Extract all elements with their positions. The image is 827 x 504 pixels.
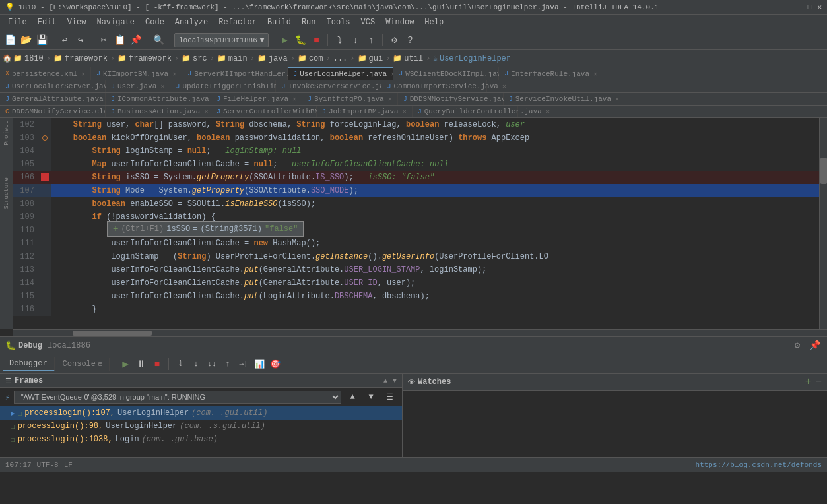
tooltip-expand-icon[interactable]: + xyxy=(113,224,118,234)
menu-refactor[interactable]: Refactor xyxy=(213,16,262,28)
nav-com[interactable]: 📁 com xyxy=(298,54,323,63)
evaluate-expr[interactable]: 📊 xyxy=(252,357,267,371)
structure-sidebar-icon[interactable]: Structure xyxy=(3,177,10,210)
step-out[interactable]: ↑ xyxy=(364,33,378,47)
menu-code[interactable]: Code xyxy=(140,16,170,28)
nav-ellipsis[interactable]: ... xyxy=(333,54,348,63)
run-btn[interactable]: ▶ xyxy=(277,33,292,47)
stop-btn[interactable]: ■ xyxy=(309,33,323,47)
resume-btn[interactable]: ▶ xyxy=(118,357,133,371)
menu-navigate[interactable]: Navigate xyxy=(91,16,140,28)
menu-edit[interactable]: Edit xyxy=(32,16,62,28)
toolbar-open[interactable]: 📂 xyxy=(18,33,33,47)
menu-file[interactable]: File xyxy=(3,16,32,28)
tab-dddsmclass[interactable]: C DDDSMNotifyService.class ✕ xyxy=(0,106,106,117)
nav-framework1[interactable]: 📁 framework xyxy=(53,54,108,63)
show-exec-point[interactable]: 🎯 xyxy=(268,357,282,371)
toolbar-new[interactable]: 📄 xyxy=(3,33,17,47)
tab-businessaction[interactable]: J BusinessAction.java ✕ xyxy=(106,106,211,117)
menu-build[interactable]: Build xyxy=(262,16,296,28)
tab-icommon[interactable]: J ICommonAttribute.java ✕ xyxy=(106,93,211,105)
menu-run[interactable]: Run xyxy=(296,16,321,28)
frame-item-2[interactable]: ☐ processlogin():1038, Login (com. .gui.… xyxy=(0,433,402,446)
run-to-cursor[interactable]: →| xyxy=(236,357,251,371)
tab-close-job[interactable]: ✕ xyxy=(403,108,407,115)
toolbar-cut[interactable]: ✂ xyxy=(96,33,111,47)
close-btn[interactable]: ✕ xyxy=(817,3,822,11)
pause-btn[interactable]: ⏸ xyxy=(134,357,149,371)
tab-close-file[interactable]: ✕ xyxy=(292,95,296,103)
tab-dddsm[interactable]: J DDDSMNotifyService.java ✕ xyxy=(398,93,504,105)
thread-down-btn[interactable]: ▼ xyxy=(364,390,378,404)
nav-java[interactable]: 📁 java xyxy=(257,54,288,63)
nav-src[interactable]: 📁 src xyxy=(182,54,207,63)
tab-close-user[interactable]: ✕ xyxy=(160,82,164,90)
step-out-debug[interactable]: ↑ xyxy=(220,357,235,371)
tab-userloginhelper[interactable]: J UserLoginHelper.java ✕ xyxy=(288,67,393,80)
tab-filehelper[interactable]: J FileHelper.java ✕ xyxy=(211,93,302,105)
toolbar-undo[interactable]: ↩ xyxy=(57,33,72,47)
menu-window[interactable]: Window xyxy=(380,16,419,28)
tab-close-query[interactable]: ✕ xyxy=(546,108,550,115)
tab-close-service[interactable]: ✕ xyxy=(615,95,619,103)
tab-user[interactable]: J User.java ✕ xyxy=(106,80,170,92)
tab-interfacerule[interactable]: J InterfaceRule.java ✕ xyxy=(499,67,603,80)
code-editor[interactable]: 102 String user, char[] password, String… xyxy=(13,118,827,329)
tab-kiimportbm[interactable]: J KIImportBM.java ✕ xyxy=(91,67,182,80)
menu-view[interactable]: View xyxy=(62,16,92,28)
run-config-dropdown[interactable]: local199p1810t1886 ▼ xyxy=(174,33,269,47)
tab-close-business[interactable]: ✕ xyxy=(204,108,208,115)
settings-btn[interactable]: ⚙ xyxy=(387,33,401,47)
frame-item-1[interactable]: ☐ processlogin():98, UserLoginHelper (co… xyxy=(0,420,402,433)
debug-settings-btn[interactable]: ⚙ xyxy=(790,338,805,353)
menu-analyze[interactable]: Analyze xyxy=(170,16,213,28)
tab-close-syintf[interactable]: ✕ xyxy=(388,95,392,103)
nav-util[interactable]: 📁 util xyxy=(393,54,423,63)
tab-close-kiimport[interactable]: ✕ xyxy=(172,70,176,78)
nav-main[interactable]: 📁 main xyxy=(217,54,248,63)
tab-persistence-xml[interactable]: X persistence.xml ✕ xyxy=(0,67,91,80)
scroll-thumb[interactable] xyxy=(820,158,827,184)
frames-up-btn[interactable]: ▲ xyxy=(383,377,387,385)
stop-debug-btn[interactable]: ■ xyxy=(150,357,164,371)
thread-selector[interactable]: "AWT-EventQueue-0"@3,529 in group "main"… xyxy=(14,391,341,404)
tab-close-common[interactable]: ✕ xyxy=(502,82,506,90)
step-over[interactable]: ⤵ xyxy=(332,33,347,47)
nav-project[interactable]: 📁 1810 xyxy=(13,54,44,63)
tab-close-persistence[interactable]: ✕ xyxy=(81,70,85,78)
thread-filter-btn[interactable]: ☰ xyxy=(382,390,397,404)
nav-gui[interactable]: 📁 gui xyxy=(358,54,383,63)
tab-invokeserver[interactable]: J InvokeServerService.java ✕ xyxy=(276,80,381,92)
help-toolbar-btn[interactable]: ? xyxy=(403,33,417,47)
frames-down-btn[interactable]: ▼ xyxy=(393,377,397,385)
toolbar-copy[interactable]: 📋 xyxy=(112,33,127,47)
step-over-debug[interactable]: ⤵ xyxy=(173,357,187,371)
toolbar-save[interactable]: 💾 xyxy=(34,33,49,47)
toolbar-find[interactable]: 🔍 xyxy=(151,33,166,47)
tab-userlocal[interactable]: J UserLocalForServer.java ✕ xyxy=(0,80,106,92)
add-watch-btn[interactable]: + xyxy=(805,376,812,388)
maximize-btn[interactable]: □ xyxy=(808,3,812,11)
tab-console[interactable]: Console ⊞ xyxy=(56,358,110,371)
project-sidebar-icon[interactable]: Project xyxy=(3,121,10,146)
force-step-into[interactable]: ↓↓ xyxy=(205,357,219,371)
menu-tools[interactable]: Tools xyxy=(321,16,356,28)
vertical-scrollbar[interactable] xyxy=(819,118,827,329)
minimize-btn[interactable]: ─ xyxy=(798,3,803,11)
remove-watch-btn[interactable]: − xyxy=(815,376,822,388)
tab-commonimport[interactable]: J CommonImportService.java ✕ xyxy=(381,80,487,92)
tab-updatetrigger[interactable]: J UpdateTriggerFinishTime.java ✕ xyxy=(170,80,276,92)
tab-servercontroller[interactable]: J ServerControllerWithBMTEJB.java ✕ xyxy=(211,106,317,117)
tab-querybuilder[interactable]: J QueryBuilderController.java ✕ xyxy=(413,106,518,117)
debug-btn[interactable]: 🐛 xyxy=(293,33,308,47)
nav-framework2[interactable]: 📁 framework xyxy=(117,54,172,63)
h-scroll-thumb[interactable] xyxy=(73,331,152,336)
tab-close-interface[interactable]: ✕ xyxy=(593,70,597,78)
nav-userloginhelper[interactable]: ☕ UserLoginHelper xyxy=(433,54,511,63)
menu-vcs[interactable]: VCS xyxy=(356,16,381,28)
tab-serverki[interactable]: J ServerKIImportHandler.java ✕ xyxy=(182,67,288,80)
tab-jobimport[interactable]: J JobImportBM.java ✕ xyxy=(317,106,413,117)
debug-pin-btn[interactable]: 📌 xyxy=(807,338,822,353)
tab-wsclient[interactable]: J WSClientEDocKIImpl.java ✕ xyxy=(393,67,499,80)
step-into[interactable]: ↓ xyxy=(348,33,362,47)
